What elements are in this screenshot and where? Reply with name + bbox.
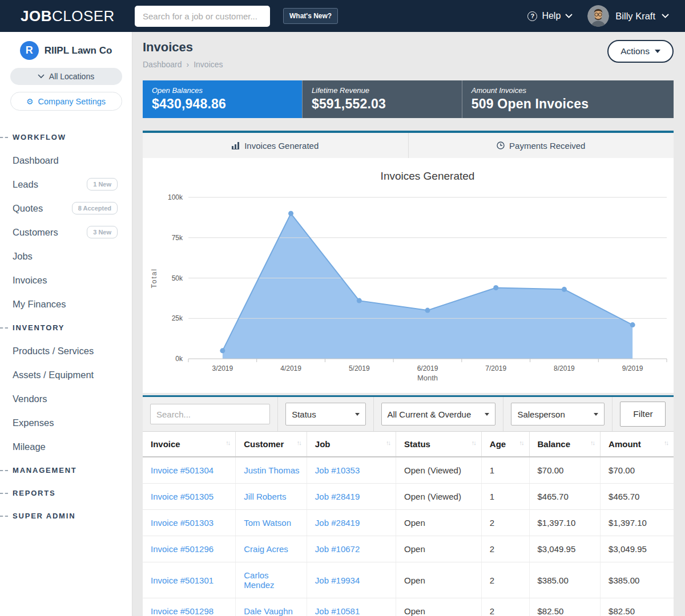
customer-link[interactable]: Justin Thomas [244, 465, 299, 475]
help-menu[interactable]: ? Help [527, 11, 573, 21]
sidebar-item-customers[interactable]: Customers3 New [0, 220, 132, 244]
current-overdue-select[interactable]: All Current & Overdue [381, 403, 496, 425]
sidebar-item-assets-equipment[interactable]: Assets / Equipment [0, 363, 132, 387]
col-header-age[interactable]: Age↑↓ [481, 432, 529, 457]
x-tick-label: 9/2019 [622, 364, 643, 372]
cell-invoice: Invoice #501296 [143, 536, 236, 562]
sidebar-item-my-finances[interactable]: My Finances [0, 292, 132, 316]
nav-badge-leads: 1 New [87, 178, 118, 191]
cell-age: 1 [481, 484, 529, 510]
nav-section-workflow: WORKFLOW [0, 125, 132, 148]
customer-link[interactable]: Dale Vaughn [244, 606, 293, 616]
whats-new-button[interactable]: What's New? [283, 8, 338, 24]
invoice-link[interactable]: Invoice #501305 [151, 492, 213, 501]
chart-point-3-2019 [220, 348, 225, 353]
sidebar-item-label: Quotes [13, 203, 43, 214]
nav-badge-customers: 3 New [87, 226, 118, 238]
col-header-customer[interactable]: Customer↑↓ [236, 432, 307, 457]
filter-button[interactable]: Filter [620, 402, 666, 427]
col-header-amount[interactable]: Amount↑↓ [601, 432, 674, 457]
sidebar-item-products-services[interactable]: Products / Services [0, 339, 132, 363]
table-search-input[interactable] [150, 404, 270, 424]
bar-chart-icon [232, 142, 240, 149]
clock-icon [497, 141, 505, 149]
filter-bar: Status All Current & Overdue Salesperson… [143, 395, 674, 432]
sort-icon[interactable]: ↑↓ [472, 439, 476, 446]
breadcrumb-dashboard[interactable]: Dashboard [143, 60, 182, 69]
actions-button[interactable]: Actions [607, 40, 674, 63]
locations-label: All Locations [49, 72, 94, 81]
invoice-link[interactable]: Invoice #501296 [151, 544, 213, 554]
sidebar-item-jobs[interactable]: Jobs [0, 244, 132, 268]
sort-icon[interactable]: ↑↓ [297, 439, 301, 446]
global-search-input[interactable] [135, 6, 270, 27]
tab-invoices-generated[interactable]: Invoices Generated [143, 133, 408, 158]
chevron-down-icon [565, 14, 573, 18]
col-label: Balance [538, 439, 571, 449]
cell-customer: Craig Acres [236, 536, 307, 562]
cell-job: Job #10581 [307, 598, 396, 616]
stat-label: Open Balances [152, 86, 293, 95]
sort-icon[interactable]: ↑↓ [386, 439, 390, 446]
col-header-job[interactable]: Job↑↓ [307, 432, 396, 457]
customer-link[interactable]: Carlos Mendez [244, 570, 274, 590]
caret-down-icon [594, 413, 598, 416]
x-tick-label: 4/2019 [280, 364, 301, 372]
sidebar-item-dashboard[interactable]: Dashboard [0, 148, 132, 172]
sort-icon[interactable]: ↑↓ [664, 439, 668, 446]
locations-dropdown[interactable]: All Locations [10, 68, 122, 85]
col-header-invoice[interactable]: Invoice↑↓ [143, 432, 236, 457]
sidebar: R RIIPL Lawn Co All Locations ⚙ Company … [0, 32, 132, 616]
section-label: WORKFLOW [13, 133, 66, 141]
company-settings-button[interactable]: ⚙ Company Settings [10, 92, 122, 111]
customer-link[interactable]: Jill Roberts [244, 492, 286, 501]
user-menu[interactable]: Billy Kraft [587, 5, 669, 27]
tab-payments-received[interactable]: Payments Received [408, 133, 674, 158]
cell-age: 1 [481, 457, 529, 484]
sidebar-item-invoices[interactable]: Invoices [0, 268, 132, 292]
customer-link[interactable]: Craig Acres [244, 544, 288, 554]
sidebar-item-quotes[interactable]: Quotes8 Accepted [0, 196, 132, 220]
chart-point-9-2019 [630, 322, 635, 327]
job-link[interactable]: Job #28419 [315, 518, 360, 528]
invoice-link[interactable]: Invoice #501301 [151, 576, 213, 585]
customer-link[interactable]: Tom Watson [244, 518, 291, 528]
tab-label: Invoices Generated [244, 141, 319, 151]
invoice-link[interactable]: Invoice #501304 [151, 465, 213, 475]
sidebar-item-vendors[interactable]: Vendors [0, 387, 132, 411]
job-link[interactable]: Job #19934 [315, 576, 360, 585]
sort-icon[interactable]: ↑↓ [225, 439, 229, 446]
cell-invoice: Invoice #501305 [143, 484, 236, 510]
invoice-link[interactable]: Invoice #501298 [151, 606, 213, 616]
col-header-status[interactable]: Status↑↓ [396, 432, 482, 457]
cell-age: 2 [481, 510, 529, 536]
job-link[interactable]: Job #10353 [315, 465, 360, 475]
help-icon: ? [527, 11, 537, 21]
cell-customer: Jill Roberts [236, 484, 307, 510]
sidebar-item-leads[interactable]: Leads1 New [0, 172, 132, 196]
sidebar-item-label: Assets / Equipment [13, 370, 94, 380]
salesperson-select[interactable]: Salesperson [511, 403, 605, 425]
x-axis-label: Month [417, 374, 438, 382]
sidebar-item-expenses[interactable]: Expenses [0, 411, 132, 435]
invoice-link[interactable]: Invoice #501303 [151, 518, 213, 528]
section-dash [0, 137, 8, 138]
sort-icon[interactable]: ↑↓ [519, 439, 523, 446]
invoices-table: Invoice↑↓Customer↑↓Job↑↓Status↑↓Age↑↓Bal… [143, 432, 674, 616]
cell-amount: $465.70 [601, 484, 674, 510]
sidebar-item-mileage[interactable]: Mileage [0, 435, 132, 459]
col-header-balance[interactable]: Balance↑↓ [529, 432, 601, 457]
sort-icon[interactable]: ↑↓ [590, 439, 594, 446]
sidebar-item-label: Expenses [13, 418, 54, 428]
cell-status: Open [396, 562, 482, 598]
job-link[interactable]: Job #28419 [315, 492, 360, 501]
status-select[interactable]: Status [285, 403, 365, 425]
cell-balance: $82.50 [529, 598, 601, 616]
job-link[interactable]: Job #10581 [315, 606, 360, 616]
nav-section-super-admin: SUPER ADMIN [0, 504, 132, 527]
cell-balance: $70.00 [529, 457, 601, 484]
chart-point-7-2019 [493, 285, 498, 290]
job-link[interactable]: Job #10672 [315, 544, 360, 554]
y-tick-label: 75k [172, 234, 183, 242]
cell-amount: $82.50 [601, 598, 674, 616]
